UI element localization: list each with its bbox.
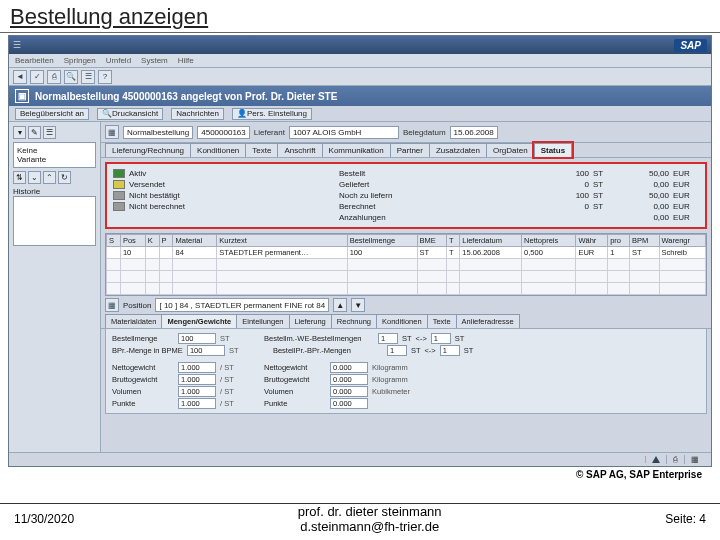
detail-tabs: Materialdaten Mengen/Gewichte Einteilung… xyxy=(101,314,711,329)
col-p[interactable]: P xyxy=(159,235,173,247)
col-s[interactable]: S xyxy=(107,235,121,247)
tab-texts[interactable]: Texte xyxy=(245,143,278,157)
menu-item[interactable]: Springen xyxy=(64,56,96,65)
detail-form: Bestellmenge 100 ST Bestellm.-WE-Bestell… xyxy=(105,329,707,414)
tab-partner[interactable]: Partner xyxy=(390,143,430,157)
df-fld[interactable]: 1.000 xyxy=(178,386,216,397)
col-bme[interactable]: BME xyxy=(417,235,446,247)
col-cur[interactable]: Währ xyxy=(576,235,608,247)
col-bpm[interactable]: BPM xyxy=(630,235,659,247)
col-t[interactable]: T xyxy=(447,235,460,247)
col-grp[interactable]: Warengr xyxy=(659,235,705,247)
dtab-material[interactable]: Materialdaten xyxy=(105,314,162,328)
tab-conditions[interactable]: Konditionen xyxy=(190,143,246,157)
df-u: ST xyxy=(455,334,465,343)
dtab-texts[interactable]: Texte xyxy=(427,314,457,328)
df-lbl: Bruttogewicht xyxy=(112,375,174,384)
pos-select[interactable]: [ 10 ] 84 , STAEDTLER permanent FINE rot… xyxy=(155,298,329,312)
table-row[interactable] xyxy=(107,259,706,271)
dtab-sched[interactable]: Einteilungen xyxy=(236,314,289,328)
lp-dropdown-icon[interactable]: ▾ xyxy=(13,126,26,139)
df-sep: <-> xyxy=(424,346,435,355)
vendor-field[interactable]: 1007 ALOIS GmbH xyxy=(289,126,399,139)
col-material[interactable]: Material xyxy=(173,235,217,247)
df-fld[interactable]: 1.000 xyxy=(178,398,216,409)
lp-btn[interactable]: ⌃ xyxy=(43,171,56,184)
status-lbl: Versendet xyxy=(129,180,339,189)
tb-find-icon[interactable]: 🔍 xyxy=(64,70,78,84)
df-fld[interactable]: 1.000 xyxy=(178,374,216,385)
dtab-qty[interactable]: Mengen/Gewichte xyxy=(161,314,237,328)
status-lbl: Aktiv xyxy=(129,169,339,178)
tab-extra[interactable]: Zusatzdaten xyxy=(429,143,487,157)
lp-btn[interactable]: ✎ xyxy=(28,126,41,139)
df-fld[interactable]: 1 xyxy=(387,345,407,356)
app-toolbar: ◄ ✓ ⎙ 🔍 ☰ ? xyxy=(9,68,711,86)
menu-item[interactable]: Bearbeiten xyxy=(15,56,54,65)
lp-btn[interactable]: ☰ xyxy=(43,126,56,139)
tab-delivery[interactable]: Lieferung/Rechnung xyxy=(105,143,191,157)
dtab-addr[interactable]: Anlieferadresse xyxy=(456,314,520,328)
tb-save-icon[interactable]: ✓ xyxy=(30,70,44,84)
col-qty[interactable]: Bestellmenge xyxy=(347,235,417,247)
col-k[interactable]: K xyxy=(145,235,159,247)
df-fld[interactable]: 1.000 xyxy=(178,362,216,373)
df-fld[interactable]: 0.000 xyxy=(330,386,368,397)
pos-toggle-icon[interactable]: ▦ xyxy=(105,298,119,312)
table-row[interactable] xyxy=(107,271,706,283)
lp-btn[interactable]: ⌄ xyxy=(28,171,41,184)
status-amt: 0,00 xyxy=(619,213,669,222)
df-fld[interactable]: 0.000 xyxy=(330,398,368,409)
menu-item[interactable]: Umfeld xyxy=(106,56,131,65)
df-fld[interactable]: 1 xyxy=(440,345,460,356)
dtab-cond[interactable]: Konditionen xyxy=(376,314,428,328)
tab-communication[interactable]: Kommunikation xyxy=(322,143,391,157)
tb-btn[interactable]: ☰ xyxy=(81,70,95,84)
col-pos[interactable]: Pos xyxy=(120,235,145,247)
messages-button[interactable]: Nachrichten xyxy=(171,108,224,120)
col-date[interactable]: Lieferdatum xyxy=(460,235,522,247)
df-fld[interactable]: 1 xyxy=(378,333,398,344)
order-no[interactable]: 4500000163 xyxy=(197,126,250,139)
df-lbl: Nettogewicht xyxy=(264,363,326,372)
header-toggle-icon[interactable]: ▦ xyxy=(105,125,119,139)
menu-item[interactable]: Hilfe xyxy=(178,56,194,65)
lp-btn[interactable]: ↻ xyxy=(58,171,71,184)
df-fld[interactable]: 0.000 xyxy=(330,362,368,373)
order-type[interactable]: Normalbestellung xyxy=(123,126,193,139)
tab-status[interactable]: Status xyxy=(534,143,572,157)
df-u: / ST xyxy=(220,387,260,396)
df-fld[interactable]: 1 xyxy=(431,333,451,344)
variant-l2: Variante xyxy=(17,155,92,164)
personal-button[interactable]: 👤 Pers. Einstellung xyxy=(232,108,312,120)
table-row[interactable] xyxy=(107,283,706,295)
dtab-invoice[interactable]: Rechnung xyxy=(331,314,377,328)
statusbar: ⎙ ▦ xyxy=(9,452,711,466)
tb-print-icon[interactable]: ⎙ xyxy=(47,70,61,84)
col-per[interactable]: pro xyxy=(608,235,630,247)
tab-orgdata[interactable]: OrgDaten xyxy=(486,143,535,157)
overview-button[interactable]: Belegübersicht an xyxy=(15,108,89,120)
pos-down-icon[interactable]: ▼ xyxy=(351,298,365,312)
col-text[interactable]: Kurztext xyxy=(217,235,347,247)
df-fld[interactable]: 0.000 xyxy=(330,374,368,385)
dtab-delivery[interactable]: Lieferung xyxy=(289,314,332,328)
col-price[interactable]: Nettopreis xyxy=(522,235,576,247)
printview-button[interactable]: 🔍 Druckansicht xyxy=(97,108,163,120)
tab-address[interactable]: Anschrift xyxy=(277,143,322,157)
df-lbl: BPr.-Menge in BPME xyxy=(112,346,183,355)
lp-btn[interactable]: ⇅ xyxy=(13,171,26,184)
docdate-field[interactable]: 15.06.2008 xyxy=(450,126,498,139)
table-row[interactable]: 10 84STAEDTLER permanent… 100ST T15.06.2… xyxy=(107,247,706,259)
status-qty: 100 xyxy=(549,191,589,200)
status-sub: Bestellt xyxy=(339,169,549,178)
menu-item[interactable]: System xyxy=(141,56,168,65)
tb-btn[interactable]: ? xyxy=(98,70,112,84)
tb-back-icon[interactable]: ◄ xyxy=(13,70,27,84)
status-icon-green xyxy=(113,169,125,178)
df-fld[interactable]: 100 xyxy=(187,345,225,356)
df-fld[interactable]: 100 xyxy=(178,333,216,344)
variant-l1: Keine xyxy=(17,146,92,155)
pos-up-icon[interactable]: ▲ xyxy=(333,298,347,312)
items-grid[interactable]: S Pos K P Material Kurztext Bestellmenge… xyxy=(105,233,707,296)
